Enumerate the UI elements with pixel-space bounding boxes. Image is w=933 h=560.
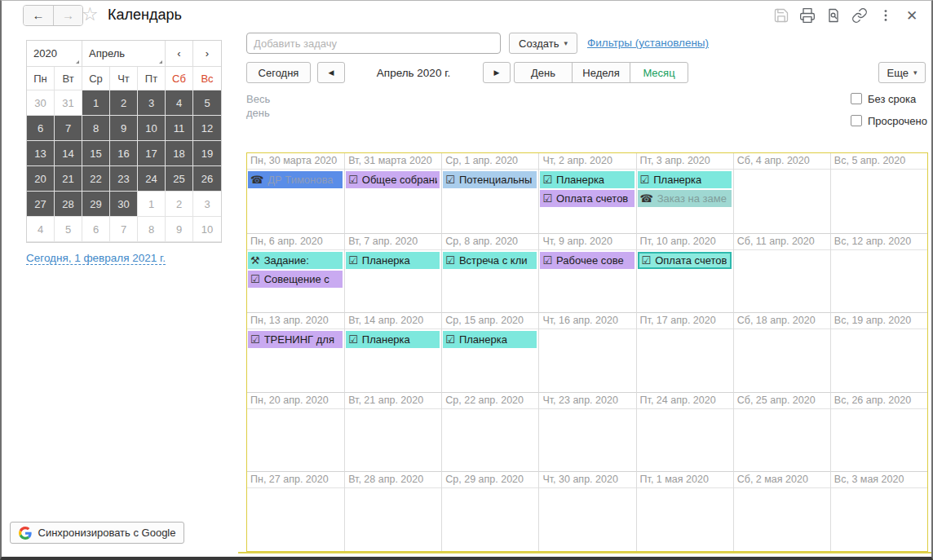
calendar-day-cell[interactable]: Вс, 19 апр. 2020: [830, 312, 927, 392]
checkbox-icon[interactable]: [851, 93, 862, 104]
mini-day-cell[interactable]: 10: [138, 116, 166, 141]
preview-icon[interactable]: [824, 6, 843, 25]
mini-day-cell[interactable]: 15: [82, 141, 110, 166]
mini-day-cell[interactable]: 6: [82, 217, 110, 242]
event-item[interactable]: ☑ТРЕНИНГ для: [248, 331, 343, 348]
mini-day-cell[interactable]: 23: [110, 166, 138, 192]
next-period-button[interactable]: ▶: [483, 62, 511, 83]
calendar-day-cell[interactable]: Чт, 16 апр. 2020: [538, 312, 635, 392]
calendar-day-cell[interactable]: Вс, 5 апр. 2020: [830, 153, 927, 233]
calendar-day-cell[interactable]: Вт, 31 марта 2020☑Общее собрание: [344, 153, 441, 233]
event-item[interactable]: ☑Оплата счетов: [638, 252, 732, 269]
mini-day-cell[interactable]: 2: [166, 192, 193, 217]
event-item[interactable]: ☑Планерка: [540, 171, 634, 188]
create-button[interactable]: Создать ▾: [509, 33, 577, 54]
mini-day-cell[interactable]: 17: [138, 141, 166, 166]
calendar-day-cell[interactable]: Пт, 10 апр. 2020☑Оплата счетов: [636, 233, 733, 313]
calendar-day-cell[interactable]: Пт, 1 мая 2020: [636, 471, 733, 551]
mini-day-cell[interactable]: 30: [110, 192, 138, 217]
mini-day-cell[interactable]: 29: [82, 192, 110, 217]
mini-day-cell[interactable]: 3: [193, 192, 221, 217]
calendar-day-cell[interactable]: Ср, 1 апр. 2020☑Потенциальны: [441, 153, 538, 233]
mini-day-cell[interactable]: 1: [138, 192, 166, 217]
mini-day-cell[interactable]: 10: [193, 217, 221, 242]
view-day-button[interactable]: День: [514, 62, 573, 83]
close-icon[interactable]: ✕: [902, 6, 922, 25]
mini-prev-month-button[interactable]: ‹: [166, 41, 193, 67]
calendar-day-cell[interactable]: Пн, 30 марта 2020☎ДР Тимонова: [247, 153, 344, 233]
calendar-day-cell[interactable]: Вс, 12 апр. 2020: [830, 233, 927, 313]
print-icon[interactable]: [798, 6, 817, 25]
event-item[interactable]: ☑Совещение с: [248, 271, 343, 288]
calendar-day-cell[interactable]: Чт, 23 апр. 2020: [538, 392, 635, 472]
mini-day-cell[interactable]: 2: [110, 90, 138, 116]
checkbox-no-deadline[interactable]: Без срока: [851, 90, 927, 107]
mini-day-cell[interactable]: 1: [82, 90, 110, 116]
calendar-day-cell[interactable]: Пт, 17 апр. 2020: [636, 312, 733, 392]
mini-day-cell[interactable]: 9: [110, 116, 138, 141]
calendar-day-cell[interactable]: Вс, 3 мая 2020: [830, 471, 927, 551]
calendar-day-cell[interactable]: Чт, 9 апр. 2020☑Рабочее сове: [538, 233, 635, 313]
calendar-day-cell[interactable]: Пт, 24 апр. 2020: [636, 392, 733, 472]
mini-day-cell[interactable]: 31: [55, 90, 82, 116]
mini-day-cell[interactable]: 30: [27, 90, 55, 116]
event-item[interactable]: ⚒Задание:: [248, 252, 343, 269]
event-item[interactable]: ☑Планерка: [346, 331, 440, 348]
calendar-day-cell[interactable]: Сб, 25 апр. 2020: [733, 392, 830, 472]
checkbox-icon[interactable]: [851, 115, 862, 126]
calendar-day-cell[interactable]: Сб, 18 апр. 2020: [733, 312, 830, 392]
calendar-day-cell[interactable]: Сб, 2 мая 2020: [733, 471, 830, 551]
mini-day-cell[interactable]: 8: [82, 116, 110, 141]
more-dots-icon[interactable]: [876, 6, 895, 25]
mini-day-cell[interactable]: 16: [110, 141, 138, 166]
mini-day-cell[interactable]: 6: [27, 116, 55, 141]
mini-day-cell[interactable]: 3: [138, 90, 166, 116]
calendar-day-cell[interactable]: Ср, 8 апр. 2020☑Встреча с кли: [441, 233, 538, 313]
event-item[interactable]: ☑Оплата счетов: [540, 190, 634, 207]
calendar-day-cell[interactable]: Пт, 3 апр. 2020☑Планерка☎Заказ на заме: [636, 153, 733, 233]
mini-day-cell[interactable]: 20: [27, 166, 55, 192]
view-month-button[interactable]: Месяц: [630, 62, 688, 83]
calendar-day-cell[interactable]: Сб, 4 апр. 2020: [733, 153, 830, 233]
event-item[interactable]: ☑Планерка: [443, 331, 537, 348]
more-button[interactable]: Еще ▾: [878, 62, 926, 83]
mini-next-month-button[interactable]: ›: [193, 41, 221, 67]
mini-day-cell[interactable]: 5: [193, 90, 221, 116]
add-task-input[interactable]: [246, 33, 501, 54]
event-item[interactable]: ☑Потенциальны: [443, 171, 537, 188]
calendar-day-cell[interactable]: Пн, 27 апр. 2020: [247, 471, 344, 551]
mini-day-cell[interactable]: 26: [193, 166, 221, 192]
mini-day-cell[interactable]: 5: [55, 217, 82, 242]
calendar-day-cell[interactable]: Чт, 30 апр. 2020: [538, 471, 635, 551]
month-select[interactable]: Апрель: [82, 41, 166, 67]
save-icon[interactable]: [772, 6, 791, 25]
mini-day-cell[interactable]: 12: [193, 116, 221, 141]
mini-day-cell[interactable]: 8: [138, 217, 166, 242]
mini-day-cell[interactable]: 27: [27, 192, 55, 217]
favorite-star-icon[interactable]: ☆: [82, 3, 99, 25]
mini-day-cell[interactable]: 11: [166, 116, 193, 141]
event-item[interactable]: ☑Планерка: [638, 171, 732, 188]
mini-day-cell[interactable]: 14: [55, 141, 82, 166]
calendar-day-cell[interactable]: Вт, 14 апр. 2020☑Планерка: [344, 312, 441, 392]
prev-period-button[interactable]: ◀: [317, 62, 345, 83]
link-icon[interactable]: [850, 6, 869, 25]
mini-day-cell[interactable]: 25: [166, 166, 193, 192]
calendar-day-cell[interactable]: Вт, 28 апр. 2020: [344, 471, 441, 551]
today-button[interactable]: Сегодня: [246, 62, 311, 83]
mini-day-cell[interactable]: 22: [82, 166, 110, 192]
filters-link[interactable]: Фильтры (установлены): [587, 37, 709, 49]
calendar-day-cell[interactable]: Вт, 21 апр. 2020: [344, 392, 441, 472]
mini-day-cell[interactable]: 13: [27, 141, 55, 166]
event-item[interactable]: ☑Рабочее сове: [540, 252, 634, 269]
event-item[interactable]: ☑Планерка: [346, 252, 440, 269]
mini-day-cell[interactable]: 24: [138, 166, 166, 192]
event-item[interactable]: ☎ДР Тимонова: [248, 171, 343, 188]
calendar-day-cell[interactable]: Вс, 26 апр. 2020: [830, 392, 927, 472]
event-item[interactable]: ☎Заказ на заме: [638, 190, 732, 207]
mini-day-cell[interactable]: 9: [166, 217, 193, 242]
calendar-day-cell[interactable]: Ср, 29 апр. 2020: [441, 471, 538, 551]
calendar-day-cell[interactable]: Пн, 13 апр. 2020☑ТРЕНИНГ для: [247, 312, 344, 392]
calendar-day-cell[interactable]: Ср, 22 апр. 2020: [441, 392, 538, 472]
calendar-day-cell[interactable]: Чт, 2 апр. 2020☑Планерка☑Оплата счетов: [538, 153, 635, 233]
